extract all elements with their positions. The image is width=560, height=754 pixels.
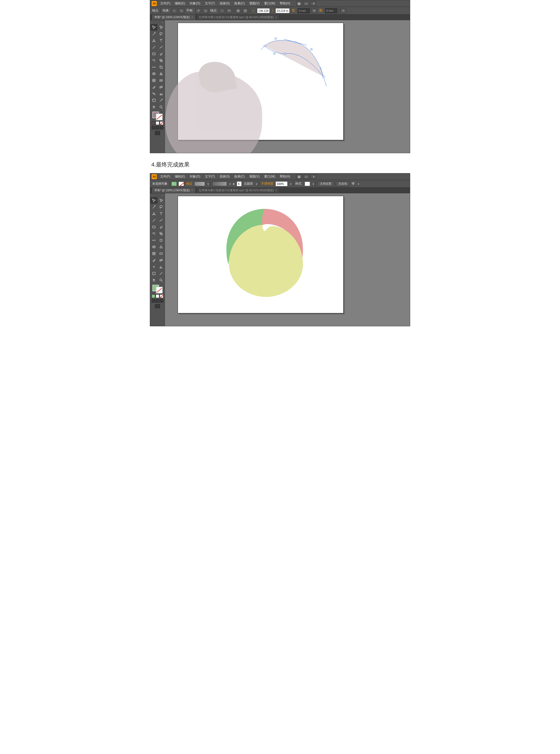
- gradient-tool[interactable]: [158, 251, 164, 257]
- menu-window[interactable]: 窗口(W): [262, 1, 277, 6]
- menu-window[interactable]: 窗口(W): [262, 174, 277, 179]
- align-icon[interactable]: ⊞: [235, 8, 241, 13]
- free-transform-tool[interactable]: [158, 237, 164, 243]
- menu-edit[interactable]: 编辑(E): [173, 1, 187, 6]
- none-mode-icon[interactable]: [160, 121, 163, 125]
- none-mode-icon[interactable]: [160, 294, 163, 298]
- slice-tool[interactable]: [158, 97, 164, 103]
- canvas[interactable]: [165, 193, 410, 326]
- gradient-mode-icon[interactable]: [156, 121, 159, 125]
- lasso-tool[interactable]: [158, 31, 164, 37]
- close-icon[interactable]: ×: [192, 16, 193, 19]
- fill-stroke-proxy[interactable]: [153, 285, 163, 293]
- isolate-icon[interactable]: ✧: [340, 8, 346, 13]
- blend-tool[interactable]: [158, 257, 164, 263]
- line-tool[interactable]: [151, 44, 157, 50]
- align2-icon[interactable]: ⊟: [242, 8, 248, 13]
- width-field[interactable]: 136.128: [257, 8, 270, 13]
- canvas[interactable]: [165, 20, 410, 153]
- zoom-tool[interactable]: [158, 104, 164, 110]
- graph-tool[interactable]: [158, 91, 164, 97]
- menu-object[interactable]: 对象(O): [187, 174, 202, 179]
- eyedropper-tool[interactable]: [151, 257, 157, 263]
- menu-help[interactable]: 帮助(H): [278, 1, 292, 6]
- menu-help[interactable]: 帮助(H): [278, 174, 292, 179]
- type-tool[interactable]: [158, 38, 164, 44]
- line-tool[interactable]: [151, 217, 157, 223]
- fill-stroke-proxy[interactable]: [153, 112, 163, 120]
- gradient-mode-icon[interactable]: [156, 294, 159, 298]
- pt-field[interactable]: 5: [237, 181, 242, 186]
- draw-inside-icon[interactable]: [160, 299, 163, 302]
- close-icon[interactable]: ×: [192, 189, 193, 192]
- brush-tool[interactable]: [158, 217, 164, 223]
- direct-selection-tool[interactable]: [158, 197, 164, 203]
- handle-show-icon[interactable]: ↗: [196, 8, 201, 13]
- rotate-tool[interactable]: [151, 57, 157, 64]
- close-icon[interactable]: ×: [275, 189, 277, 192]
- rect-tool[interactable]: [151, 51, 157, 57]
- color-mode-icon[interactable]: [152, 121, 155, 125]
- brush-tool[interactable]: [158, 44, 164, 50]
- y-field[interactable]: 0 mm: [325, 8, 337, 13]
- mesh-tool[interactable]: [151, 251, 157, 257]
- arrange-docs-icon[interactable]: ▦: [296, 174, 302, 179]
- artboard-tool[interactable]: [151, 97, 157, 103]
- scale-tool[interactable]: [158, 231, 164, 237]
- rect-tool[interactable]: [151, 224, 157, 230]
- selection-tool[interactable]: [151, 24, 157, 31]
- mesh-tool[interactable]: [151, 77, 157, 83]
- draw-normal-icon[interactable]: [152, 126, 155, 130]
- brush-def[interactable]: [212, 181, 227, 186]
- lasso-tool[interactable]: [158, 204, 164, 210]
- shape-builder-tool[interactable]: [151, 71, 157, 77]
- style-dd[interactable]: [312, 182, 314, 186]
- close-icon[interactable]: ×: [275, 16, 277, 19]
- width-tool[interactable]: [151, 64, 157, 70]
- cut-path-icon[interactable]: ✂: [226, 8, 232, 13]
- menu-select[interactable]: 选择(S): [218, 174, 232, 179]
- remove-anchor-icon[interactable]: −: [219, 8, 225, 13]
- menu-file[interactable]: 文件(F): [158, 1, 172, 6]
- artboard-tool[interactable]: [151, 271, 157, 277]
- doc-setup-button[interactable]: 文档设置: [317, 181, 334, 186]
- direct-selection-tool[interactable]: [158, 24, 164, 31]
- draw-behind-icon[interactable]: [156, 299, 159, 302]
- menu-type[interactable]: 文字(T): [203, 1, 217, 6]
- stroke-swatch[interactable]: [156, 287, 163, 293]
- tab-inactive[interactable]: 红苹果与果汁包装设计矢量素材.eps* @ 80.41% (RGB/预览) ×: [196, 187, 280, 193]
- shape-builder-tool[interactable]: [151, 244, 157, 250]
- tab-active[interactable]: 苹果* @ 100% (CMYK/预览) ×: [152, 187, 196, 193]
- zoom-tool[interactable]: [158, 277, 164, 283]
- menu-effect[interactable]: 效果(C): [232, 1, 247, 6]
- selected-leaf-path[interactable]: [260, 36, 331, 90]
- screen-mode-icon[interactable]: [155, 304, 160, 308]
- pen-tool[interactable]: [151, 211, 157, 217]
- handle-hide-icon[interactable]: ↘: [203, 8, 208, 13]
- draw-normal-icon[interactable]: [152, 299, 155, 302]
- menu-edit[interactable]: 编辑(E): [173, 174, 187, 179]
- width-tool[interactable]: [151, 237, 157, 243]
- workspace-icon[interactable]: ▭: [303, 174, 309, 179]
- eyedropper-tool[interactable]: [151, 84, 157, 90]
- stroke-profile-dd[interactable]: [206, 182, 209, 186]
- opacity-dd[interactable]: [289, 182, 292, 186]
- arrange-docs-icon[interactable]: ▦: [296, 1, 302, 6]
- draw-inside-icon[interactable]: [160, 126, 163, 130]
- align-dd[interactable]: [357, 182, 359, 186]
- eraser-tool[interactable]: [158, 224, 164, 230]
- stroke-swatch[interactable]: [178, 181, 184, 186]
- align-drop[interactable]: 呀: [351, 181, 355, 186]
- magic-wand-tool[interactable]: [151, 204, 157, 210]
- panel-grip[interactable]: ···«: [151, 194, 164, 197]
- scale-tool[interactable]: [158, 57, 164, 64]
- perspective-tool[interactable]: [158, 244, 164, 250]
- color-mode-icon[interactable]: [152, 294, 155, 298]
- workspace-dropdown[interactable]: [311, 1, 316, 6]
- hand-tool[interactable]: [151, 277, 157, 283]
- magic-wand-tool[interactable]: [151, 31, 157, 37]
- prefs-button[interactable]: 首选项: [336, 181, 350, 186]
- pt-dd[interactable]: [255, 182, 257, 186]
- brush-def-dd[interactable]: [228, 182, 231, 186]
- menu-effect[interactable]: 效果(C): [232, 174, 247, 179]
